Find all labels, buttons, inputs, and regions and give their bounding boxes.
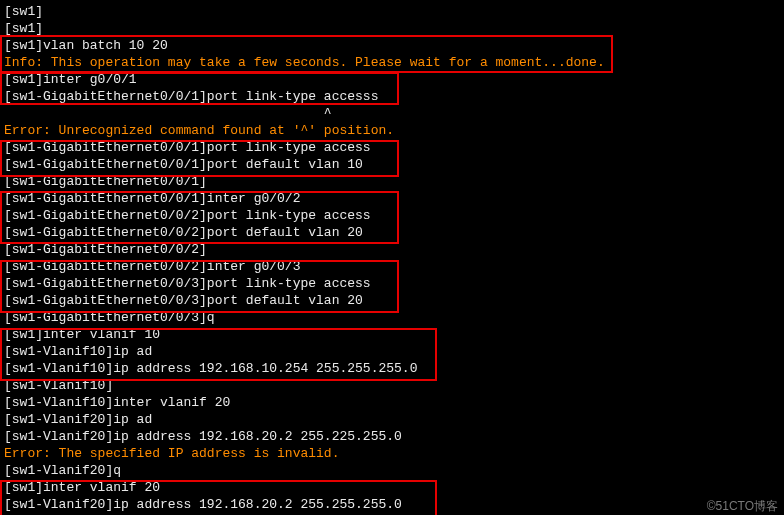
terminal-line: [sw1-Vlanif20]ip ad xyxy=(4,411,784,428)
terminal-line: [sw1-Vlanif20]q xyxy=(4,462,784,479)
terminal-line: [sw1-GigabitEthernet0/0/1]inter g0/0/2 xyxy=(4,190,784,207)
terminal-line: Error: Unrecognized command found at '^'… xyxy=(4,122,784,139)
terminal-line: [sw1-GigabitEthernet0/0/2]port default v… xyxy=(4,224,784,241)
terminal-line: [sw1-Vlanif10]ip address 192.168.10.254 … xyxy=(4,360,784,377)
terminal-line: ^ xyxy=(4,105,784,122)
terminal-line: [sw1]vlan batch 10 20 xyxy=(4,37,784,54)
terminal-line: [sw1]inter vlanif 20 xyxy=(4,479,784,496)
terminal-line: [sw1-GigabitEthernet0/0/3]port default v… xyxy=(4,292,784,309)
terminal-line: [sw1-GigabitEthernet0/0/1]port default v… xyxy=(4,156,784,173)
terminal-line: [sw1-Vlanif10] xyxy=(4,377,784,394)
terminal-line: Info: This operation may take a few seco… xyxy=(4,54,784,71)
terminal-line: [sw1-GigabitEthernet0/0/3]port link-type… xyxy=(4,275,784,292)
terminal-line: [sw1] xyxy=(4,3,784,20)
terminal-line: [sw1-GigabitEthernet0/0/2]port link-type… xyxy=(4,207,784,224)
terminal-line: [sw1-GigabitEthernet0/0/1]port link-type… xyxy=(4,139,784,156)
terminal-line: [sw1-Vlanif20]ip address 192.168.20.2 25… xyxy=(4,496,784,513)
watermark: ©51CTO博客 xyxy=(707,498,778,515)
terminal-line: [sw1-Vlanif10]inter vlanif 20 xyxy=(4,394,784,411)
terminal-line: [sw1]inter g0/0/1 xyxy=(4,71,784,88)
terminal-line: [sw1] xyxy=(4,20,784,37)
terminal-line: [sw1-Vlanif20]ip address 192.168.20.2 25… xyxy=(4,428,784,445)
terminal-line: [sw1-GigabitEthernet0/0/2] xyxy=(4,241,784,258)
terminal-output: [sw1][sw1][sw1]vlan batch 10 20Info: Thi… xyxy=(4,3,784,515)
terminal-line: [sw1-Vlanif10]ip ad xyxy=(4,343,784,360)
terminal-line: [sw1]inter vlanif 10 xyxy=(4,326,784,343)
terminal-line: [sw1-GigabitEthernet0/0/1] xyxy=(4,173,784,190)
terminal-line: [sw1-GigabitEthernet0/0/3]q xyxy=(4,309,784,326)
terminal-line: Error: The specified IP address is inval… xyxy=(4,445,784,462)
terminal-line: [sw1-GigabitEthernet0/0/2]inter g0/0/3 xyxy=(4,258,784,275)
terminal-line: [sw1-GigabitEthernet0/0/1]port link-type… xyxy=(4,88,784,105)
